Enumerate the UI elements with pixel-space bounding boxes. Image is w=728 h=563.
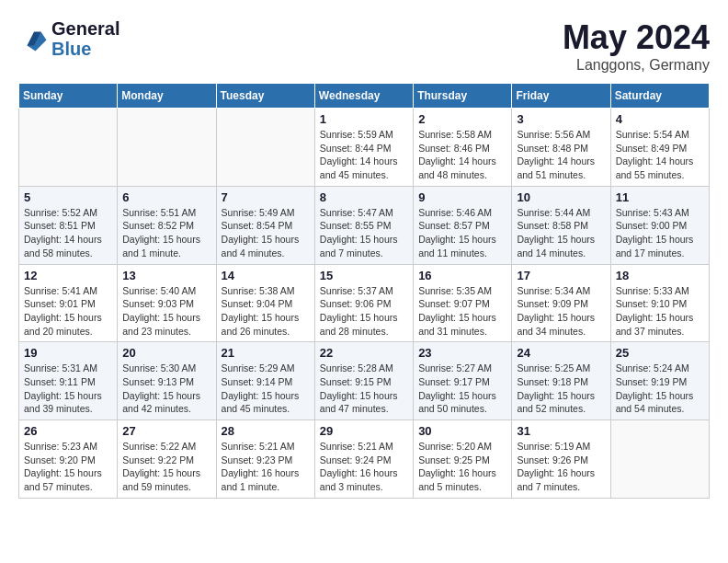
calendar-cell: 17Sunrise: 5:34 AMSunset: 9:09 PMDayligh… (512, 264, 610, 342)
day-info: Sunrise: 5:34 AMSunset: 9:09 PMDaylight:… (517, 284, 605, 339)
calendar-cell: 22Sunrise: 5:28 AMSunset: 9:15 PMDayligh… (314, 342, 413, 420)
day-number: 8 (320, 190, 408, 204)
day-number: 17 (517, 269, 605, 282)
day-number: 7 (222, 190, 310, 204)
calendar-week-5: 26Sunrise: 5:23 AMSunset: 9:20 PMDayligh… (19, 420, 710, 499)
day-number: 28 (222, 424, 310, 438)
day-number: 3 (517, 112, 605, 126)
calendar-table: SundayMondayTuesdayWednesdayThursdayFrid… (18, 83, 710, 499)
calendar-cell: 15Sunrise: 5:37 AMSunset: 9:06 PMDayligh… (314, 264, 413, 342)
day-number: 12 (24, 269, 112, 282)
title-area: May 2024 Langgons, Germany (563, 18, 710, 74)
calendar-header: SundayMondayTuesdayWednesdayThursdayFrid… (19, 84, 710, 109)
weekday-header-wednesday: Wednesday (314, 84, 413, 109)
day-number: 9 (418, 190, 506, 204)
weekday-header-thursday: Thursday (414, 84, 512, 109)
day-number: 5 (24, 190, 112, 204)
logo-blue: Blue (51, 39, 119, 59)
day-number: 1 (320, 112, 408, 126)
calendar-cell: 2Sunrise: 5:58 AMSunset: 8:46 PMDaylight… (414, 109, 512, 187)
calendar-cell: 18Sunrise: 5:33 AMSunset: 9:10 PMDayligh… (610, 264, 709, 342)
calendar-cell: 24Sunrise: 5:25 AMSunset: 9:18 PMDayligh… (512, 342, 610, 420)
calendar-week-4: 19Sunrise: 5:31 AMSunset: 9:11 PMDayligh… (19, 342, 710, 420)
calendar-cell: 19Sunrise: 5:31 AMSunset: 9:11 PMDayligh… (19, 342, 118, 420)
calendar-cell (216, 109, 314, 187)
day-number: 16 (418, 269, 506, 282)
calendar-cell: 5Sunrise: 5:52 AMSunset: 8:51 PMDaylight… (19, 186, 118, 264)
day-info: Sunrise: 5:47 AMSunset: 8:55 PMDaylight:… (320, 206, 408, 260)
calendar-cell: 26Sunrise: 5:23 AMSunset: 9:20 PMDayligh… (19, 420, 118, 499)
day-number: 19 (24, 346, 112, 360)
calendar-cell: 1Sunrise: 5:59 AMSunset: 8:44 PMDaylight… (314, 109, 413, 187)
day-info: Sunrise: 5:44 AMSunset: 8:58 PMDaylight:… (517, 206, 605, 260)
calendar-cell: 14Sunrise: 5:38 AMSunset: 9:04 PMDayligh… (216, 264, 314, 342)
day-info: Sunrise: 5:29 AMSunset: 9:14 PMDaylight:… (222, 362, 310, 416)
day-info: Sunrise: 5:49 AMSunset: 8:54 PMDaylight:… (222, 206, 310, 260)
day-number: 15 (320, 269, 408, 282)
calendar-cell: 29Sunrise: 5:21 AMSunset: 9:24 PMDayligh… (314, 420, 413, 499)
calendar-cell (118, 109, 216, 187)
weekday-header-sunday: Sunday (19, 84, 118, 109)
day-info: Sunrise: 5:20 AMSunset: 9:25 PMDaylight:… (418, 440, 506, 494)
calendar-cell (610, 420, 709, 499)
day-info: Sunrise: 5:38 AMSunset: 9:04 PMDaylight:… (222, 284, 310, 339)
day-number: 31 (517, 424, 605, 438)
day-number: 10 (517, 190, 605, 204)
calendar-cell: 10Sunrise: 5:44 AMSunset: 8:58 PMDayligh… (512, 186, 610, 264)
day-info: Sunrise: 5:52 AMSunset: 8:51 PMDaylight:… (24, 206, 112, 260)
day-info: Sunrise: 5:40 AMSunset: 9:03 PMDaylight:… (122, 284, 210, 339)
page-header: General Blue May 2024 Langgons, Germany (18, 18, 710, 74)
day-number: 27 (122, 424, 210, 438)
day-info: Sunrise: 5:31 AMSunset: 9:11 PMDaylight:… (24, 362, 112, 416)
day-info: Sunrise: 5:23 AMSunset: 9:20 PMDaylight:… (24, 440, 112, 494)
day-info: Sunrise: 5:25 AMSunset: 9:18 PMDaylight:… (517, 362, 605, 416)
calendar-cell (19, 109, 118, 187)
weekday-header-saturday: Saturday (610, 84, 709, 109)
day-info: Sunrise: 5:27 AMSunset: 9:17 PMDaylight:… (418, 362, 506, 416)
day-info: Sunrise: 5:22 AMSunset: 9:22 PMDaylight:… (122, 440, 210, 494)
calendar-cell: 28Sunrise: 5:21 AMSunset: 9:23 PMDayligh… (216, 420, 314, 499)
calendar-cell: 27Sunrise: 5:22 AMSunset: 9:22 PMDayligh… (118, 420, 216, 499)
weekday-header-friday: Friday (512, 84, 610, 109)
calendar-cell: 9Sunrise: 5:46 AMSunset: 8:57 PMDaylight… (414, 186, 512, 264)
day-info: Sunrise: 5:43 AMSunset: 9:00 PMDaylight:… (616, 206, 704, 260)
day-number: 29 (320, 424, 408, 438)
day-number: 11 (616, 190, 704, 204)
day-info: Sunrise: 5:59 AMSunset: 8:44 PMDaylight:… (320, 128, 408, 182)
calendar-cell: 7Sunrise: 5:49 AMSunset: 8:54 PMDaylight… (216, 186, 314, 264)
logo-icon (20, 25, 48, 52)
day-number: 18 (616, 269, 704, 282)
calendar-cell: 20Sunrise: 5:30 AMSunset: 9:13 PMDayligh… (118, 342, 216, 420)
day-number: 22 (320, 346, 408, 360)
day-number: 20 (122, 346, 210, 360)
day-info: Sunrise: 5:58 AMSunset: 8:46 PMDaylight:… (418, 128, 506, 182)
day-number: 24 (517, 346, 605, 360)
day-info: Sunrise: 5:30 AMSunset: 9:13 PMDaylight:… (122, 362, 210, 416)
logo: General Blue (18, 18, 119, 59)
calendar-week-2: 5Sunrise: 5:52 AMSunset: 8:51 PMDaylight… (19, 186, 710, 264)
calendar-cell: 23Sunrise: 5:27 AMSunset: 9:17 PMDayligh… (414, 342, 512, 420)
day-number: 4 (616, 112, 704, 126)
calendar-cell: 6Sunrise: 5:51 AMSunset: 8:52 PMDaylight… (118, 186, 216, 264)
calendar-cell: 21Sunrise: 5:29 AMSunset: 9:14 PMDayligh… (216, 342, 314, 420)
day-info: Sunrise: 5:54 AMSunset: 8:49 PMDaylight:… (616, 128, 704, 182)
day-info: Sunrise: 5:46 AMSunset: 8:57 PMDaylight:… (418, 206, 506, 260)
weekday-header-tuesday: Tuesday (216, 84, 314, 109)
calendar-cell: 31Sunrise: 5:19 AMSunset: 9:26 PMDayligh… (512, 420, 610, 499)
calendar-cell: 4Sunrise: 5:54 AMSunset: 8:49 PMDaylight… (610, 109, 709, 187)
day-info: Sunrise: 5:51 AMSunset: 8:52 PMDaylight:… (122, 206, 210, 260)
weekday-header-monday: Monday (118, 84, 216, 109)
day-info: Sunrise: 5:24 AMSunset: 9:19 PMDaylight:… (616, 362, 704, 416)
calendar-cell: 30Sunrise: 5:20 AMSunset: 9:25 PMDayligh… (414, 420, 512, 499)
day-info: Sunrise: 5:33 AMSunset: 9:10 PMDaylight:… (616, 284, 704, 339)
day-number: 6 (122, 190, 210, 204)
day-number: 13 (122, 269, 210, 282)
day-number: 23 (418, 346, 506, 360)
calendar-week-3: 12Sunrise: 5:41 AMSunset: 9:01 PMDayligh… (19, 264, 710, 342)
calendar-week-1: 1Sunrise: 5:59 AMSunset: 8:44 PMDaylight… (19, 109, 710, 187)
day-info: Sunrise: 5:35 AMSunset: 9:07 PMDaylight:… (418, 284, 506, 339)
day-info: Sunrise: 5:37 AMSunset: 9:06 PMDaylight:… (320, 284, 408, 339)
calendar-cell: 13Sunrise: 5:40 AMSunset: 9:03 PMDayligh… (118, 264, 216, 342)
calendar-cell: 3Sunrise: 5:56 AMSunset: 8:48 PMDaylight… (512, 109, 610, 187)
day-number: 30 (418, 424, 506, 438)
